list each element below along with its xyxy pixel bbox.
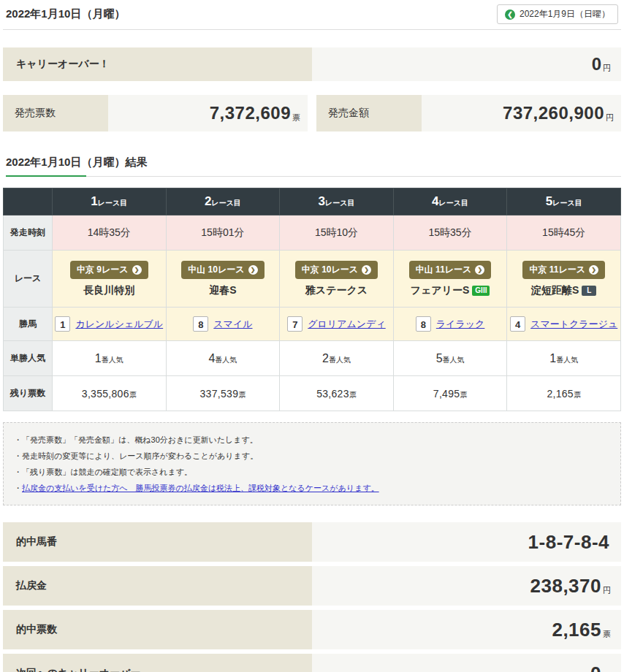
race-cell-4: 中山 11レース❯ フェアリーSGIII bbox=[393, 251, 507, 308]
race-4-header: 4レース目 bbox=[393, 188, 507, 215]
carryover-amount: 0 bbox=[592, 54, 601, 75]
tax-info-link[interactable]: 払戻金の支払いを受けた方へ 勝馬投票券の払戻金は税法上、課税対象となるケースがあ… bbox=[22, 484, 379, 492]
ticket-count-value: 7,372,609 票 bbox=[108, 95, 308, 131]
start-time-label: 発走時刻 bbox=[4, 215, 53, 251]
winning-horse-row: 勝馬 1カレンルシェルブル 8スマイル 7グロリアムンディ 8ライラック 4スマ… bbox=[4, 308, 621, 341]
horse-link-3[interactable]: グロリアムンディ bbox=[308, 318, 385, 331]
note-item: ・「発売票数」「発売金額」は、概ね30分おきに更新いたします。 bbox=[14, 432, 610, 448]
carryover-value: 0 円 bbox=[312, 47, 621, 81]
start-time-3: 15時10分 bbox=[280, 215, 394, 251]
circle-right-arrow-icon: ❯ bbox=[589, 265, 598, 275]
circle-right-arrow-icon: ❯ bbox=[362, 265, 371, 275]
race-cell-5: 中京 11レース❯ 淀短距離SL bbox=[507, 251, 621, 308]
sales-amount-label: 発売金額 bbox=[316, 95, 422, 131]
circle-right-arrow-icon: ❯ bbox=[475, 265, 484, 275]
note-item: ・「残り票数」は競走の確定順で表示されます。 bbox=[14, 464, 610, 480]
winning-numbers-label: 的中馬番 bbox=[3, 522, 312, 562]
race-5-name: 淀短距離SL bbox=[507, 284, 620, 297]
summary-section: 的中馬番 1-8-7-8-4 払戻金 238,370 円 的中票数 2,165 … bbox=[3, 522, 621, 672]
winner-label: 勝馬 bbox=[4, 308, 53, 341]
popularity-row: 単勝人気 1番人気 4番人気 2番人気 5番人気 1番人気 bbox=[4, 341, 621, 376]
payout-label: 払戻金 bbox=[3, 566, 312, 606]
results-header-row: 1レース目 2レース目 3レース目 4レース目 5レース目 bbox=[4, 188, 621, 215]
race-cell-3: 中京 10レース❯ 雅ステークス bbox=[280, 251, 394, 308]
race-row: レース 中京 9レース❯ 長良川特別 中山 10レース❯ 迎春S 中京 10レー… bbox=[4, 251, 621, 308]
start-time-2: 15時01分 bbox=[166, 215, 280, 251]
page-title: 2022年1月10日（月曜） bbox=[6, 7, 125, 21]
circle-right-arrow-icon: ❯ bbox=[132, 265, 142, 275]
race-cell-1: 中京 9レース❯ 長良川特別 bbox=[53, 251, 167, 308]
popularity-4: 5番人気 bbox=[393, 341, 507, 376]
winner-cell-2: 8スマイル bbox=[166, 308, 280, 341]
horse-link-2[interactable]: スマイル bbox=[213, 318, 252, 331]
circle-right-arrow-icon: ❯ bbox=[248, 265, 258, 275]
race-3-header: 3レース目 bbox=[280, 188, 394, 215]
prev-day-label: 2022年1月9日（日曜） bbox=[520, 8, 610, 20]
horse-link-4[interactable]: ライラック bbox=[436, 318, 485, 331]
race-3-name: 雅ステークス bbox=[280, 284, 393, 297]
winner-cell-5: 4スマートクラージュ bbox=[507, 308, 621, 341]
race-2-header: 2レース目 bbox=[166, 188, 280, 215]
winning-numbers-value: 1-8-7-8-4 bbox=[312, 522, 621, 562]
winning-tickets-label: 的中票数 bbox=[3, 610, 312, 649]
prev-day-button[interactable]: ❮ 2022年1月9日（日曜） bbox=[497, 4, 618, 24]
horse-number: 8 bbox=[416, 316, 431, 332]
sales-amount-number: 737,260,900 bbox=[503, 103, 604, 123]
payout-value: 238,370 円 bbox=[312, 566, 621, 606]
next-carryover-row: 次回へのキャリーオーバー 0 円 bbox=[3, 654, 621, 672]
remaining-3: 53,623票 bbox=[280, 376, 394, 411]
winner-cell-4: 8ライラック bbox=[393, 308, 507, 341]
race-5-button[interactable]: 中京 11レース❯ bbox=[522, 261, 605, 279]
race-4-name: フェアリーSGIII bbox=[394, 284, 507, 297]
race-5-header: 5レース目 bbox=[507, 188, 621, 215]
race-1-header: 1レース目 bbox=[53, 188, 167, 215]
sales-amount-unit: 円 bbox=[606, 104, 614, 123]
remaining-4: 7,495票 bbox=[393, 376, 507, 411]
results-table: 1レース目 2レース目 3レース目 4レース目 5レース目 発走時刻 14時35… bbox=[3, 188, 621, 411]
race-2-name: 迎春S bbox=[167, 284, 280, 297]
race-4-button[interactable]: 中山 11レース❯ bbox=[409, 261, 492, 279]
horse-number: 4 bbox=[510, 316, 525, 332]
winning-tickets-value: 2,165 票 bbox=[312, 610, 621, 649]
next-carryover-value: 0 円 bbox=[312, 654, 621, 672]
results-section-header: 2022年1月10日（月曜）結果 bbox=[3, 156, 621, 177]
corner-cell bbox=[4, 188, 53, 215]
horse-number: 1 bbox=[55, 316, 70, 332]
start-time-4: 15時35分 bbox=[393, 215, 507, 251]
sales-row: 発売票数 7,372,609 票 発売金額 737,260,900 円 bbox=[3, 95, 621, 131]
popularity-label: 単勝人気 bbox=[4, 341, 53, 376]
remaining-1: 3,355,806票 bbox=[53, 376, 167, 411]
race-1-button[interactable]: 中京 9レース❯ bbox=[70, 261, 148, 279]
winner-cell-1: 1カレンルシェルブル bbox=[53, 308, 167, 341]
winning-tickets-row: 的中票数 2,165 票 bbox=[3, 610, 621, 649]
horse-number: 7 bbox=[287, 316, 303, 332]
results-title: 2022年1月10日（月曜）結果 bbox=[6, 156, 621, 169]
results-title-underline bbox=[6, 176, 621, 177]
race-3-button[interactable]: 中京 10レース❯ bbox=[295, 261, 378, 279]
start-time-5: 15時45分 bbox=[507, 215, 621, 251]
grade-g3-badge: GIII bbox=[472, 286, 490, 296]
start-time-1: 14時35分 bbox=[53, 215, 167, 251]
popularity-2: 4番人気 bbox=[166, 341, 280, 376]
remaining-label: 残り票数 bbox=[4, 376, 53, 411]
race-1-name: 長良川特別 bbox=[53, 284, 166, 297]
horse-number: 8 bbox=[193, 316, 208, 332]
sales-amount-value: 737,260,900 円 bbox=[422, 95, 621, 131]
race-2-button[interactable]: 中山 10レース❯ bbox=[181, 261, 264, 279]
ticket-count-panel: 発売票数 7,372,609 票 bbox=[3, 95, 308, 131]
note-item: ・発走時刻の変更等により、レース順序が変わることがあります。 bbox=[14, 448, 610, 464]
horse-link-1[interactable]: カレンルシェルブル bbox=[75, 318, 163, 331]
start-time-row: 発走時刻 14時35分 15時01分 15時10分 15時35分 15時45分 bbox=[4, 215, 621, 251]
note-item-link: ・払戻金の支払いを受けた方へ 勝馬投票券の払戻金は税法上、課税対象となるケースが… bbox=[14, 480, 610, 496]
winner-cell-3: 7グロリアムンディ bbox=[280, 308, 394, 341]
horse-link-5[interactable]: スマートクラージュ bbox=[530, 318, 617, 331]
popularity-5: 1番人気 bbox=[507, 341, 621, 376]
sales-amount-panel: 発売金額 737,260,900 円 bbox=[316, 95, 621, 131]
race-cell-2: 中山 10レース❯ 迎春S bbox=[166, 251, 280, 308]
carryover-label: キャリーオーバー！ bbox=[3, 47, 312, 81]
winning-numbers-row: 的中馬番 1-8-7-8-4 bbox=[3, 522, 621, 562]
race-label: レース bbox=[4, 251, 53, 308]
carryover-row: キャリーオーバー！ 0 円 bbox=[3, 47, 621, 81]
popularity-3: 2番人気 bbox=[280, 341, 394, 376]
remaining-5: 2,165票 bbox=[507, 376, 621, 411]
